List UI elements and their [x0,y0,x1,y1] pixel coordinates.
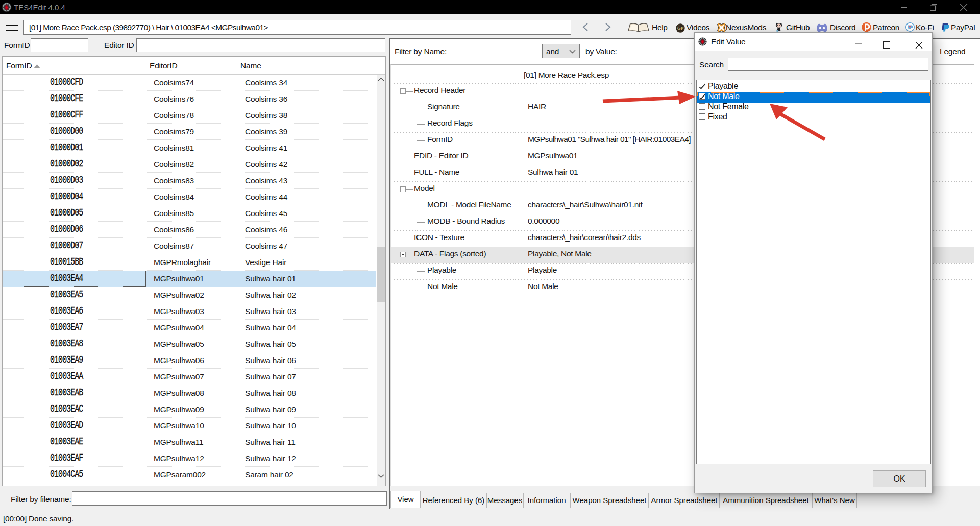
svg-text:GP: GP [677,26,684,31]
